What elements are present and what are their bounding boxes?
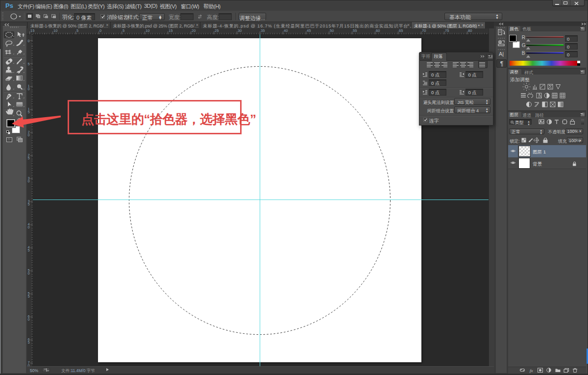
svg-text:fx: fx [530, 368, 533, 373]
